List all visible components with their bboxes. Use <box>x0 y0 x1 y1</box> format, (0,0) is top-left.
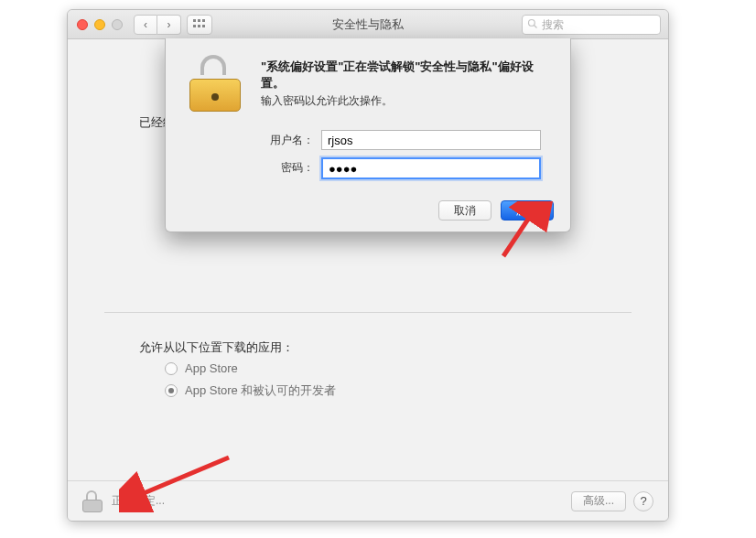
svg-rect-2 <box>202 19 205 22</box>
password-label: 密码： <box>166 160 321 176</box>
svg-rect-4 <box>198 25 200 27</box>
divider <box>104 312 632 313</box>
search-field[interactable] <box>522 15 661 35</box>
dialog-subtitle: 输入密码以允许此次操作。 <box>261 93 552 109</box>
minimize-icon[interactable] <box>94 19 105 30</box>
radio-icon <box>165 384 178 397</box>
footer: 正在鉴定... 高级... ? <box>68 480 668 521</box>
lock-large-icon <box>189 55 243 112</box>
svg-rect-5 <box>202 25 205 27</box>
download-source-radios: App Store App Store 和被认可的开发者 <box>165 361 336 406</box>
radio-label: App Store 和被认可的开发者 <box>185 382 336 399</box>
window-controls <box>77 19 123 30</box>
chevron-right-icon: › <box>167 18 171 31</box>
svg-rect-3 <box>193 25 196 27</box>
search-icon <box>527 16 542 33</box>
radio-icon <box>165 362 178 375</box>
svg-rect-0 <box>193 19 196 22</box>
advanced-button[interactable]: 高级... <box>571 491 626 511</box>
dialog-title: "系统偏好设置"正在尝试解锁"安全性与隐私"偏好设置。 <box>261 59 552 91</box>
help-button[interactable]: ? <box>633 491 653 511</box>
password-row: 密码： <box>166 157 552 178</box>
username-label: 用户名： <box>166 133 321 148</box>
titlebar: ‹ › 安全性与隐私 <box>68 10 668 39</box>
nav-buttons: ‹ › <box>134 15 181 35</box>
cancel-label: 取消 <box>454 203 476 219</box>
search-input[interactable] <box>542 18 655 31</box>
dialog-buttons: 取消 解锁 <box>438 200 554 221</box>
lock-status-text: 正在鉴定... <box>112 493 571 509</box>
radio-label: App Store <box>185 361 238 375</box>
help-icon: ? <box>640 494 646 508</box>
username-row: 用户名： <box>166 130 552 150</box>
auth-dialog: "系统偏好设置"正在尝试解锁"安全性与隐私"偏好设置。 输入密码以允许此次操作。… <box>165 38 571 232</box>
svg-point-6 <box>529 20 535 27</box>
unlock-label: 解锁 <box>516 203 538 219</box>
close-icon[interactable] <box>77 19 88 30</box>
back-button[interactable]: ‹ <box>134 15 157 35</box>
radio-app-store-developers[interactable]: App Store 和被认可的开发者 <box>165 382 336 399</box>
lock-icon[interactable] <box>82 490 103 512</box>
username-input[interactable] <box>321 130 541 150</box>
grid-icon <box>193 19 206 30</box>
svg-rect-1 <box>198 19 200 22</box>
chevron-left-icon: ‹ <box>144 18 147 31</box>
show-all-button[interactable] <box>187 15 212 35</box>
svg-line-7 <box>535 26 537 28</box>
allow-downloads-label: 允许从以下位置下载的应用： <box>139 339 294 356</box>
unlock-button[interactable]: 解锁 <box>501 200 554 221</box>
radio-app-store[interactable]: App Store <box>165 361 336 375</box>
password-input[interactable] <box>321 157 541 179</box>
username-field[interactable] <box>321 130 541 150</box>
password-field[interactable] <box>321 157 541 178</box>
maximize-icon <box>112 19 123 30</box>
cancel-button[interactable]: 取消 <box>438 200 491 221</box>
forward-button[interactable]: › <box>157 15 181 35</box>
